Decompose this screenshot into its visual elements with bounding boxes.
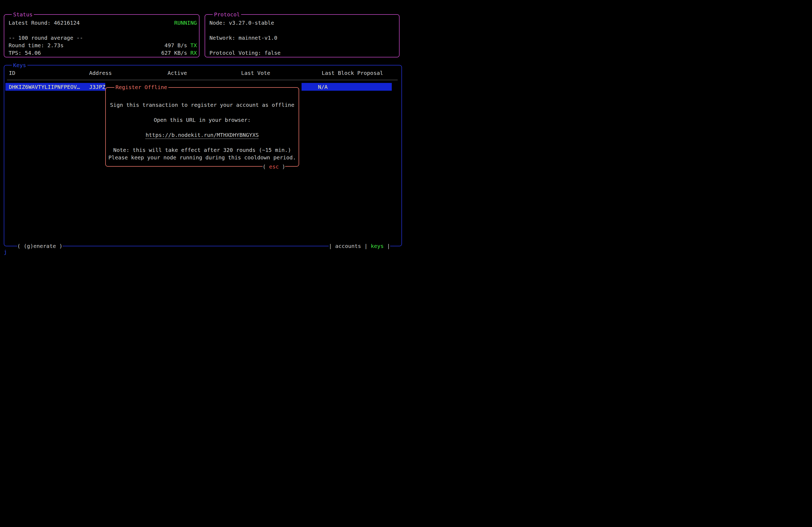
keys-panel-title: Keys (12, 61, 27, 69)
tx-rate: 497 B/s TX (164, 42, 197, 49)
modal-note-line1: Note: this will take effect after 320 ro… (105, 146, 299, 154)
modal-body-line1: Sign this transaction to register your a… (105, 101, 299, 109)
rx-rate-value: 627 KB/s (161, 50, 190, 56)
modal-body-line2: Open this URL in your browser: (105, 116, 299, 124)
register-offline-modal: Register Offline Sign this transaction t… (105, 82, 301, 167)
esc-paren-close: ) (279, 163, 285, 170)
protocol-voting: Protocol Voting: false (209, 49, 280, 57)
overflow-glyph: j (4, 248, 7, 256)
column-header-active: Active (168, 69, 187, 77)
generate-button[interactable]: ( (g)enerate ) (17, 242, 62, 250)
column-header-address: Address (89, 69, 112, 77)
column-header-last-block-proposal: Last Block Proposal (322, 69, 383, 77)
esc-label: esc (269, 163, 279, 170)
esc-button[interactable]: ( esc ) (263, 163, 285, 170)
modal-title: Register Offline (114, 84, 168, 91)
key-row-id[interactable]: DHKIZ6WAVTYLIIPNFPEOV… (9, 83, 80, 91)
protocol-panel: Protocol Node: v3.27.0-stable Network: m… (205, 14, 400, 57)
selected-key-row-right[interactable] (302, 83, 392, 91)
header-separator (7, 80, 398, 80)
tab-accounts[interactable]: accounts (335, 243, 361, 249)
tab-separator-right: | (384, 243, 390, 249)
signing-url-link[interactable]: https://b.nodekit.run/MTHXDHYBNGYXS (146, 132, 259, 138)
view-tabs: | accounts | keys | (329, 242, 390, 250)
tps-value: TPS: 54.06 (9, 49, 41, 57)
tab-separator-mid: | (361, 243, 371, 249)
round-average-header: -- 100 round average -- (9, 34, 83, 42)
column-header-last-vote: Last Vote (241, 69, 270, 77)
column-header-id: ID (9, 69, 15, 77)
key-row-address[interactable]: J3JPZ (89, 83, 105, 91)
status-panel: Status Latest Round: 46216124 RUNNING --… (4, 14, 200, 57)
terminal-screen: { "status": { "title": "Status", "latest… (0, 0, 406, 264)
latest-round-value: Latest Round: 46216124 (9, 19, 80, 27)
tx-label: TX (190, 42, 197, 48)
tx-rate-value: 497 B/s (164, 42, 190, 48)
protocol-panel-title: Protocol (213, 11, 241, 18)
tab-keys[interactable]: keys (371, 243, 384, 249)
node-version: Node: v3.27.0-stable (209, 19, 274, 27)
status-panel-title: Status (12, 11, 34, 18)
key-row-last-block-proposal[interactable]: N/A (318, 83, 328, 91)
rx-label: RX (190, 50, 197, 56)
network-name: Network: mainnet-v1.0 (209, 34, 277, 42)
rx-rate: 627 KB/s RX (161, 49, 197, 57)
modal-url-line: https://b.nodekit.run/MTHXDHYBNGYXS (105, 131, 299, 139)
esc-paren-open: ( (263, 163, 269, 170)
tab-separator-left: | (329, 243, 335, 249)
modal-note-line2: Please keep your node running during thi… (105, 154, 299, 161)
round-time-value: Round time: 2.73s (9, 42, 64, 49)
node-state-badge: RUNNING (174, 19, 197, 27)
